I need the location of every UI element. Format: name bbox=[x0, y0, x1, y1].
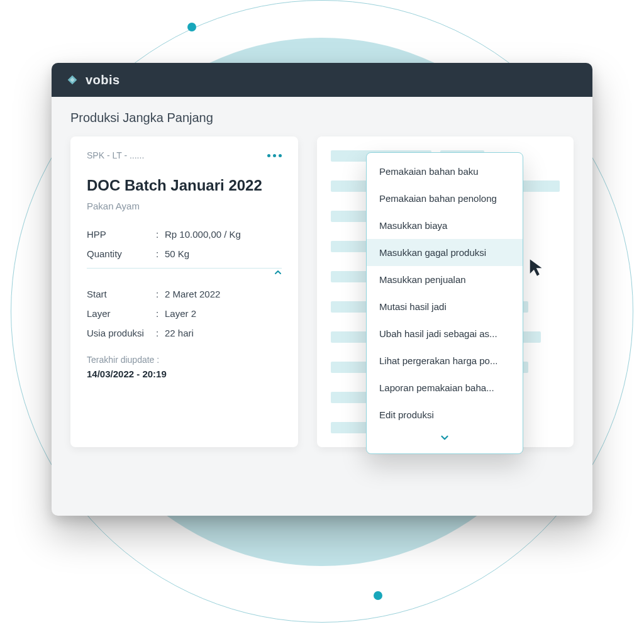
menu-item[interactable]: Masukkan biaya bbox=[367, 212, 523, 239]
updated-label: Terakhir diupdate : bbox=[87, 355, 282, 365]
cursor-icon bbox=[528, 258, 547, 279]
updated-timestamp: 14/03/2022 - 20:19 bbox=[87, 369, 282, 379]
kv-key: Start bbox=[87, 289, 156, 299]
decorative-dot bbox=[374, 591, 382, 600]
more-actions-button[interactable] bbox=[267, 154, 282, 157]
kv-key: Usia produksi bbox=[87, 328, 156, 338]
logo-icon bbox=[65, 73, 79, 87]
kv-row: Start : 2 Maret 2022 bbox=[87, 289, 282, 299]
menu-scroll-down[interactable] bbox=[367, 428, 523, 452]
kv-row: Layer : Layer 2 bbox=[87, 308, 282, 319]
kv-value: Layer 2 bbox=[165, 308, 196, 319]
menu-item[interactable]: Pemakaian bahan penolong bbox=[367, 185, 523, 212]
kv-row: Usia produksi : 22 hari bbox=[87, 328, 282, 338]
kv-value: 22 hari bbox=[165, 328, 194, 338]
menu-item[interactable]: Edit produksi bbox=[367, 401, 523, 428]
kv-value: 2 Maret 2022 bbox=[165, 289, 220, 299]
kv-row: Quantity : 50 Kg bbox=[87, 248, 282, 259]
menu-item[interactable]: Masukkan penjualan bbox=[367, 266, 523, 293]
card-subtitle: Pakan Ayam bbox=[87, 201, 282, 211]
card-footer: Terakhir diupdate : 14/03/2022 - 20:19 bbox=[87, 355, 282, 379]
kv-row: HPP : Rp 10.000,00 / Kg bbox=[87, 229, 282, 240]
card-id-label: SPK - LT - ...... bbox=[87, 150, 144, 160]
card-detail-section: Start : 2 Maret 2022 Layer : Layer 2 Usi… bbox=[87, 289, 282, 338]
actions-menu: Pemakaian bahan baku Pemakaian bahan pen… bbox=[366, 152, 523, 454]
menu-item[interactable]: Ubah hasil jadi sebagai as... bbox=[367, 320, 523, 347]
card-title: DOC Batch Januari 2022 bbox=[87, 177, 282, 194]
menu-item-selected[interactable]: Masukkan gagal produksi bbox=[367, 239, 523, 266]
brand-name: vobis bbox=[86, 73, 120, 87]
kv-value: 50 Kg bbox=[165, 248, 189, 259]
app-window: vobis Produksi Jangka Panjang SPK - LT -… bbox=[52, 63, 592, 516]
menu-item[interactable]: Lihat pergerakan harga po... bbox=[367, 347, 523, 374]
decorative-dot bbox=[187, 23, 196, 31]
production-card: SPK - LT - ...... DOC Batch Januari 2022… bbox=[70, 136, 298, 447]
kv-value: Rp 10.000,00 / Kg bbox=[165, 229, 241, 240]
kv-key: Quantity bbox=[87, 248, 156, 259]
kv-key: HPP bbox=[87, 229, 156, 240]
chevron-up-icon[interactable] bbox=[273, 267, 283, 279]
page-title: Produksi Jangka Panjang bbox=[52, 97, 592, 136]
kv-key: Layer bbox=[87, 308, 156, 319]
card-summary-section: HPP : Rp 10.000,00 / Kg Quantity : 50 Kg bbox=[87, 229, 282, 259]
menu-item[interactable]: Pemakaian bahan baku bbox=[367, 158, 523, 185]
titlebar: vobis bbox=[52, 63, 592, 97]
menu-item[interactable]: Mutasi hasil jadi bbox=[367, 293, 523, 320]
divider bbox=[87, 268, 282, 269]
menu-item[interactable]: Laporan pemakaian baha... bbox=[367, 374, 523, 401]
